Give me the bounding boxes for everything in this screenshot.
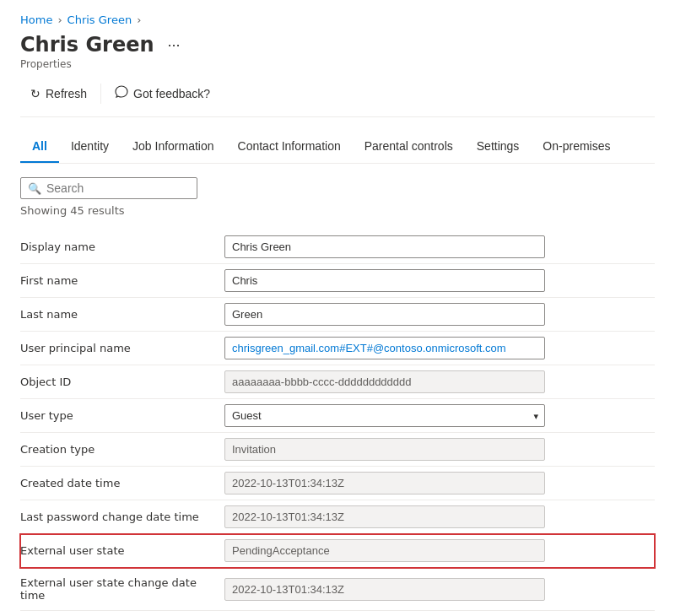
last-name-input[interactable] bbox=[224, 303, 545, 326]
table-row: User type Guest Member ▾ bbox=[20, 399, 655, 433]
tab-identity[interactable]: Identity bbox=[59, 131, 121, 163]
toolbar: ↻ Refresh Got feedback? bbox=[20, 80, 655, 117]
prop-value-user-type: Guest Member ▾ bbox=[214, 399, 655, 433]
properties-table: Display name First name Last name bbox=[20, 230, 655, 616]
ellipsis-button[interactable]: ··· bbox=[163, 35, 186, 56]
breadcrumb-home[interactable]: Home bbox=[20, 14, 52, 26]
user-type-select-wrapper: Guest Member ▾ bbox=[224, 404, 545, 427]
search-input[interactable] bbox=[46, 181, 194, 195]
tab-settings[interactable]: Settings bbox=[465, 131, 532, 163]
external-user-state-change-input bbox=[224, 578, 545, 601]
refresh-button[interactable]: ↻ Refresh bbox=[20, 82, 97, 105]
prop-value-external-user-state-change bbox=[214, 568, 655, 611]
prop-label-last-password-change: Last password change date time bbox=[20, 500, 214, 534]
prop-value-display-name bbox=[214, 230, 655, 264]
prop-value-sign-in-sessions bbox=[214, 611, 655, 617]
breadcrumb-user[interactable]: Chris Green bbox=[68, 14, 132, 26]
prop-value-last-password-change bbox=[214, 500, 655, 534]
prop-label-user-type: User type bbox=[20, 399, 214, 433]
refresh-icon: ↻ bbox=[30, 87, 40, 100]
prop-value-last-name bbox=[214, 298, 655, 332]
search-box: 🔍 bbox=[20, 177, 197, 199]
creation-type-input bbox=[224, 438, 545, 461]
prop-value-creation-type bbox=[214, 433, 655, 467]
prop-label-first-name: First name bbox=[20, 264, 214, 298]
page-subtitle: Properties bbox=[20, 58, 655, 70]
prop-value-object-id bbox=[214, 365, 655, 399]
prop-value-external-user-state bbox=[214, 534, 655, 568]
search-row: 🔍 bbox=[20, 177, 655, 199]
toolbar-divider bbox=[100, 84, 101, 104]
object-id-input bbox=[224, 370, 545, 393]
prop-label-creation-type: Creation type bbox=[20, 433, 214, 467]
table-row: Created date time bbox=[20, 467, 655, 500]
table-row: Display name bbox=[20, 230, 655, 264]
prop-label-created-datetime: Created date time bbox=[20, 467, 214, 500]
prop-value-created-datetime bbox=[214, 467, 655, 500]
upn-input[interactable] bbox=[224, 337, 545, 359]
tab-parental-controls[interactable]: Parental controls bbox=[353, 131, 465, 163]
prop-label-external-user-state: External user state bbox=[20, 534, 214, 568]
prop-label-external-user-state-change: External user state change date time bbox=[20, 568, 214, 611]
feedback-label: Got feedback? bbox=[133, 87, 210, 100]
prop-value-first-name bbox=[214, 264, 655, 298]
table-row: External user state bbox=[20, 534, 655, 568]
tab-contact-information[interactable]: Contact Information bbox=[226, 131, 353, 163]
table-row: User principal name bbox=[20, 332, 655, 365]
first-name-input[interactable] bbox=[224, 269, 545, 292]
external-user-state-input bbox=[224, 539, 545, 562]
table-row: Creation type bbox=[20, 433, 655, 467]
display-name-input[interactable] bbox=[224, 235, 545, 258]
search-icon: 🔍 bbox=[28, 182, 41, 195]
feedback-icon bbox=[115, 85, 128, 101]
prop-label-object-id: Object ID bbox=[20, 365, 214, 399]
prop-value-upn bbox=[214, 332, 655, 365]
breadcrumb: Home › Chris Green › bbox=[20, 14, 655, 26]
breadcrumb-separator-2: › bbox=[137, 14, 141, 26]
nav-tabs: All Identity Job Information Contact Inf… bbox=[20, 131, 655, 164]
table-row: Last name bbox=[20, 298, 655, 332]
prop-label-display-name: Display name bbox=[20, 230, 214, 264]
table-row: Last password change date time bbox=[20, 500, 655, 534]
page-header: Chris Green ··· bbox=[20, 33, 655, 57]
tab-all[interactable]: All bbox=[20, 131, 59, 163]
prop-label-last-name: Last name bbox=[20, 298, 214, 332]
table-row: Sign in sessions valid from date time bbox=[20, 611, 655, 617]
user-type-select[interactable]: Guest Member bbox=[224, 404, 545, 427]
table-row: First name bbox=[20, 264, 655, 298]
breadcrumb-separator-1: › bbox=[57, 14, 62, 26]
table-row: External user state change date time bbox=[20, 568, 655, 611]
prop-label-upn: User principal name bbox=[20, 332, 214, 365]
feedback-button[interactable]: Got feedback? bbox=[105, 80, 220, 106]
prop-label-sign-in-sessions: Sign in sessions valid from date time bbox=[20, 611, 214, 617]
created-datetime-input bbox=[224, 472, 545, 494]
results-count: Showing 45 results bbox=[20, 204, 655, 217]
refresh-label: Refresh bbox=[46, 87, 87, 100]
table-row: Object ID bbox=[20, 365, 655, 399]
last-password-change-input bbox=[224, 505, 545, 528]
page-title: Chris Green bbox=[20, 33, 154, 57]
tab-on-premises[interactable]: On-premises bbox=[531, 131, 622, 163]
tab-job-information[interactable]: Job Information bbox=[121, 131, 226, 163]
